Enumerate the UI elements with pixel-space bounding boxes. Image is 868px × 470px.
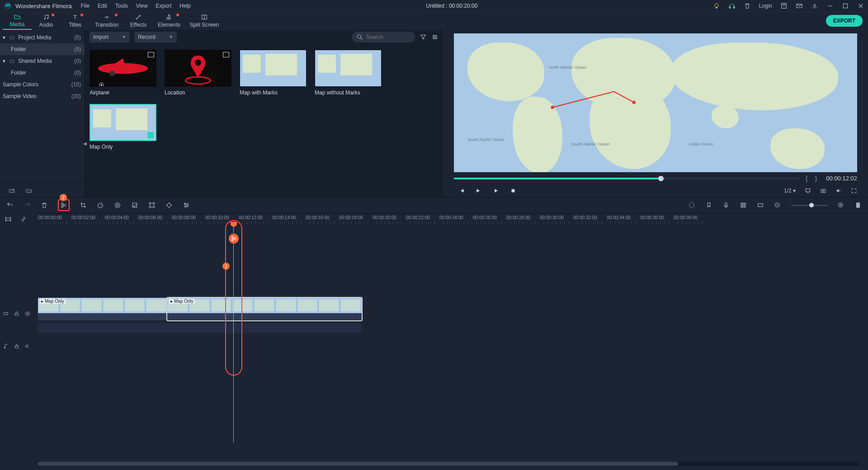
timeline-ruler[interactable]: 00:00:00:0000:00:02:0000:00:04:0000:00:0… [38,213,868,226]
minimize-icon[interactable] [826,2,834,9]
sidebar-item-project-media[interactable]: ▾Project Media(5) [0,32,85,43]
media-item-map-nomarks[interactable]: Map without Marks [315,50,382,96]
menu-file[interactable]: File [81,3,90,9]
tab-elements[interactable]: Elements [153,12,185,30]
folder-icon[interactable] [25,188,33,194]
timeline-settings-icon[interactable] [854,202,862,209]
import-dropdown[interactable]: Import▼ [90,32,130,42]
prev-frame-icon[interactable] [458,188,465,194]
display-icon[interactable] [805,188,811,194]
bracket-in-out-icon[interactable]: { } [806,175,820,182]
headphones-icon[interactable] [728,2,736,9]
effects-icon [135,14,142,21]
preview-scale[interactable]: 1/2 ▾ [784,188,796,194]
adjust-icon[interactable] [183,202,190,209]
grid-view-icon[interactable] [431,33,439,41]
lightbulb-icon[interactable] [713,2,720,9]
color-icon[interactable] [114,202,121,209]
clip-map-only-2[interactable]: ▸Map Only [167,298,362,320]
link-icon[interactable] [20,216,27,223]
playhead-split-icon[interactable] [229,234,239,244]
close-icon[interactable] [857,2,864,9]
voiceover-icon[interactable] [722,202,730,209]
mail-icon[interactable] [796,2,803,9]
redo-icon[interactable] [24,202,31,209]
media-item-map-only[interactable]: Map Only [90,104,156,150]
trash-icon[interactable] [744,2,751,9]
split-button[interactable]: 2 [58,199,70,211]
volume-icon[interactable] [835,188,842,194]
svg-point-16 [436,35,437,36]
menu-tools[interactable]: Tools [115,3,128,9]
save-icon[interactable] [780,2,788,9]
menu-edit[interactable]: Edit [98,3,107,9]
menu-export[interactable]: Export [156,3,172,9]
preview-progress[interactable] [454,178,799,179]
main-tabs: Media Audio Titles Transition Effects El… [0,12,868,30]
tab-effects[interactable]: Effects [124,12,153,30]
crop-icon[interactable] [80,202,87,209]
fullscreen-icon[interactable] [851,188,857,194]
svg-point-18 [434,37,435,38]
render-icon[interactable] [688,202,695,209]
music-note-icon[interactable] [3,343,9,349]
preview-viewport[interactable]: North Atlantic Ocean South Pacific Ocean… [454,33,857,172]
sidebar-item-folder-1[interactable]: Folder(5) [0,43,85,55]
ripple-icon[interactable] [5,216,12,223]
maximize-icon[interactable] [842,2,849,9]
greenscreen-icon[interactable] [131,202,138,209]
focus-icon[interactable] [148,202,156,209]
lock-icon[interactable] [14,310,20,317]
play-icon[interactable] [493,188,499,194]
export-button[interactable]: EXPORT [826,15,863,27]
keyframe-icon[interactable] [165,202,173,209]
svg-point-17 [433,37,434,38]
zoom-slider[interactable] [791,205,827,206]
aspect-icon[interactable] [757,202,764,209]
stop-icon[interactable] [510,188,516,194]
timeline-tracks[interactable]: ▸Map Only ▸Map Only 1 [38,226,868,442]
filter-icon[interactable] [420,33,427,41]
speed-icon[interactable] [97,202,104,209]
tab-media[interactable]: Media [3,12,32,30]
timeline-scrollbar[interactable] [38,462,859,465]
login-link[interactable]: Login [759,3,772,9]
media-item-airplane[interactable]: Airplane [90,50,156,96]
media-item-map-marks[interactable]: Map with Marks [240,50,307,96]
mixer-icon[interactable] [740,202,747,209]
menu-help[interactable]: Help [179,3,191,9]
mute-icon[interactable] [24,343,31,349]
undo-icon[interactable] [6,202,14,209]
collapse-sidebar-icon[interactable]: ◀ [83,141,87,146]
tab-splitscreen[interactable]: Split Screen [185,12,223,30]
timeline-playhead[interactable] [233,226,234,442]
next-frame-icon[interactable] [476,188,482,194]
audio-track-header [3,343,31,349]
track-settings-icon[interactable] [3,310,9,317]
eye-icon[interactable] [24,310,31,317]
search-input[interactable] [366,34,407,40]
snapshot-icon[interactable] [820,188,826,194]
sidebar-item-sample-video[interactable]: Sample Video(20) [0,90,85,102]
lock-icon[interactable] [14,343,20,349]
svg-rect-47 [741,203,742,207]
media-item-location[interactable]: Location [165,50,231,96]
delete-icon[interactable] [41,202,48,209]
clip-map-only-1[interactable]: ▸Map Only [38,298,167,320]
search-field[interactable] [352,32,415,42]
download-icon[interactable] [811,2,818,9]
zoom-out-icon[interactable] [774,202,781,209]
marker-icon[interactable] [705,202,712,209]
sidebar-item-sample-colors[interactable]: Sample Colors(15) [0,79,85,90]
record-dropdown[interactable]: Record▼ [134,32,177,42]
media-sidebar: ▾Project Media(5) Folder(5) ▾Shared Medi… [0,30,85,197]
svg-rect-55 [6,218,11,220]
sidebar-item-folder-2[interactable]: Folder(0) [0,67,85,79]
new-folder-icon[interactable] [8,188,15,194]
tab-titles[interactable]: Titles [61,12,90,30]
sidebar-item-shared-media[interactable]: ▾Shared Media(0) [0,55,85,67]
tab-transition[interactable]: Transition [90,12,124,30]
zoom-in-icon[interactable] [837,202,844,209]
tab-audio[interactable]: Audio [32,12,61,30]
menu-view[interactable]: View [136,3,148,9]
